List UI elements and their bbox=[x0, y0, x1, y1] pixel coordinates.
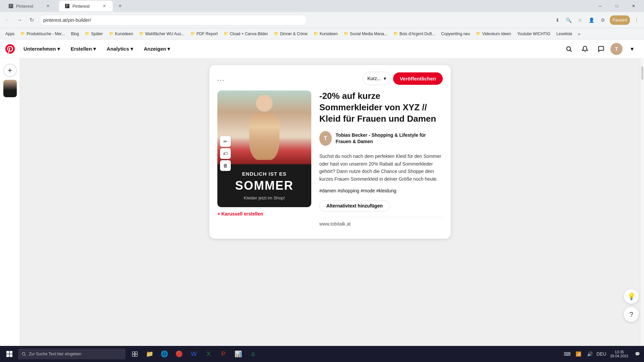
chevron-down-icon: ▾ bbox=[93, 46, 96, 52]
tab-label-2: Pinterest bbox=[72, 4, 90, 9]
bk-label: Videokurs Ideen bbox=[482, 32, 511, 36]
notifications-button[interactable] bbox=[578, 42, 592, 56]
tab-close-2[interactable]: ✕ bbox=[101, 3, 107, 9]
bookmark-copywriting[interactable]: Copywriting neu bbox=[438, 31, 473, 37]
refresh-button[interactable]: ↻ bbox=[27, 15, 36, 25]
pin-image-text1: ENDLICH IST ES bbox=[223, 171, 306, 177]
bookmark-wahlfaecher[interactable]: 📁 Wahlfächer WU Aus... bbox=[137, 31, 187, 37]
bookmark-bois[interactable]: 📁 Bois d'Argent Duft... bbox=[391, 31, 438, 37]
network-icon[interactable]: 📶 bbox=[573, 346, 584, 362]
alt-text-button[interactable]: Alternativtext hinzufügen bbox=[319, 200, 390, 212]
bookmark-canva[interactable]: 📁 Cload + Canva Bilder bbox=[221, 31, 271, 37]
nav-erstellen[interactable]: Erstellen ▾ bbox=[66, 43, 101, 55]
excel-button[interactable]: X bbox=[201, 346, 216, 362]
pin-hashtags: #damen #shopping #mode #kleidung bbox=[319, 188, 443, 193]
clock-time: 13:35 bbox=[615, 350, 624, 354]
folder-icon: 📁 bbox=[344, 32, 348, 36]
taskbar-search[interactable]: Zur Suche Text hier eingeben bbox=[18, 349, 125, 359]
svg-point-0 bbox=[567, 47, 571, 51]
spotify-button[interactable]: ♫ bbox=[246, 346, 260, 362]
nav-erstellen-label: Erstellen bbox=[71, 46, 92, 52]
bookmark-leseliste[interactable]: Leseliste bbox=[554, 31, 575, 37]
close-button[interactable]: ✕ bbox=[626, 0, 641, 12]
nav-analytics[interactable]: Analytics ▾ bbox=[102, 43, 138, 55]
notification-button[interactable]: 💬 bbox=[632, 346, 643, 362]
powerpoint-button[interactable]: P bbox=[216, 346, 231, 362]
edit-tag-button[interactable]: 🏷 bbox=[220, 148, 231, 159]
pin-card-menu-button[interactable]: ... bbox=[217, 75, 225, 82]
profile-icon[interactable]: 👤 bbox=[587, 15, 596, 25]
tab-label-1: Pinterest bbox=[16, 4, 33, 9]
bookmark-spaeter[interactable]: 📁 Später bbox=[82, 31, 105, 37]
pinterest-navbar: Unternehmen ▾ Erstellen ▾ Analytics ▾ An… bbox=[0, 40, 644, 58]
bookmark-dinner[interactable]: 📁 Dinner & Crime bbox=[271, 31, 310, 37]
carousel-label: + Karussell erstellen bbox=[217, 211, 263, 217]
volume-icon[interactable]: 🔊 bbox=[585, 346, 595, 362]
messages-button[interactable] bbox=[594, 42, 608, 56]
nav-anzeigen[interactable]: Anzeigen ▾ bbox=[139, 43, 175, 55]
minimize-button[interactable]: ─ bbox=[592, 0, 608, 12]
clock-date: 29.04.2021 bbox=[610, 354, 629, 358]
tab-close-1[interactable]: ✕ bbox=[45, 3, 51, 9]
bookmark-videokurs[interactable]: 📁 Videokurs Ideen bbox=[473, 31, 514, 37]
bookmark-kursideen2[interactable]: 📁 Kursideen bbox=[311, 31, 340, 37]
pinterest-logo[interactable] bbox=[5, 44, 15, 54]
bk-label: Später bbox=[91, 32, 103, 36]
svg-rect-2 bbox=[6, 351, 9, 354]
bk-label: Copywriting neu bbox=[441, 32, 470, 36]
pin-description: Suchst du noch nach dem perfekten Kleid … bbox=[319, 153, 443, 183]
more-bookmarks-button[interactable]: » bbox=[576, 30, 582, 38]
word-button[interactable]: W bbox=[186, 346, 201, 362]
sidebar-add-button[interactable]: + bbox=[3, 64, 17, 77]
file-explorer-button[interactable]: 📁 bbox=[142, 346, 157, 362]
address-bar-input[interactable]: pinterest.at/pin-builder/ bbox=[39, 15, 307, 25]
search-button[interactable] bbox=[562, 42, 576, 56]
nav-unternehmen-label: Unternehmen bbox=[23, 46, 56, 52]
taskbar-clock[interactable]: 13:35 29.04.2021 bbox=[607, 346, 631, 362]
sidebar-pin-preview[interactable] bbox=[3, 80, 17, 97]
bookmark-youtube[interactable]: Youtube WICHTIG bbox=[515, 31, 553, 37]
bookmark-blog[interactable]: Blog bbox=[68, 31, 82, 37]
new-tab-button[interactable]: + bbox=[115, 1, 125, 11]
pin-image: ENDLICH IST ES SOMMER Kleider jetzt im S… bbox=[217, 90, 311, 207]
board-select-dropdown[interactable]: Kurz... ▾ bbox=[363, 72, 390, 85]
chevron-down-icon[interactable]: ▾ bbox=[625, 42, 639, 56]
app1-button[interactable]: 📊 bbox=[231, 346, 246, 362]
bookmark-apps[interactable]: Apps bbox=[3, 31, 17, 37]
edit-delete-button[interactable]: 🗑 bbox=[220, 160, 231, 171]
settings-icon[interactable]: ⚙ bbox=[598, 15, 608, 25]
tab-pinterest-2[interactable]: 🅿 Pinterest ✕ bbox=[59, 1, 113, 11]
task-view-button[interactable] bbox=[127, 346, 142, 362]
user-avatar[interactable]: T bbox=[610, 43, 623, 55]
back-button[interactable]: ← bbox=[3, 15, 12, 25]
extensions-icon[interactable]: ⋮ bbox=[632, 15, 641, 25]
chrome-button[interactable]: 🔴 bbox=[172, 346, 186, 362]
bookmark-produktsuche[interactable]: 📁 Produktsuche - Mer... bbox=[18, 31, 67, 37]
taskbar: Zur Suche Text hier eingeben 📁 🌐 🔴 W X P… bbox=[0, 346, 644, 362]
svg-rect-3 bbox=[10, 351, 12, 354]
svg-rect-9 bbox=[135, 352, 138, 354]
maximize-button[interactable]: □ bbox=[609, 0, 625, 12]
bookmark-kursideen[interactable]: 📁 Kursideen bbox=[106, 31, 136, 37]
pin-edit-icons: ✏ 🏷 🗑 bbox=[220, 136, 231, 171]
question-help-button[interactable]: ? bbox=[624, 307, 639, 322]
lightbulb-help-button[interactable]: 💡 bbox=[624, 289, 639, 304]
forward-button[interactable]: → bbox=[15, 15, 24, 25]
nav-unternehmen[interactable]: Unternehmen ▾ bbox=[19, 43, 65, 55]
publish-button[interactable]: Veröffentlichen bbox=[393, 72, 443, 85]
windows-start-button[interactable] bbox=[1, 346, 17, 362]
lang-text: DEU bbox=[596, 351, 606, 357]
search-icon[interactable]: 🔍 bbox=[564, 15, 574, 25]
svg-rect-5 bbox=[10, 354, 12, 357]
bookmark-pdf[interactable]: 📁 PDF Report bbox=[188, 31, 220, 37]
tab-pinterest-1[interactable]: 🅿 Pinterest ✕ bbox=[3, 1, 56, 11]
bookmark-icon[interactable]: ☆ bbox=[576, 15, 585, 25]
pin-details: -20% auf kurze Sommerkleider von XYZ // … bbox=[319, 90, 443, 231]
svg-rect-11 bbox=[135, 354, 138, 357]
bookmark-social[interactable]: 📁 Social Media Mana... bbox=[341, 31, 390, 37]
download-icon[interactable]: ⬇ bbox=[553, 15, 562, 25]
carousel-create-button[interactable]: + Karussell erstellen bbox=[217, 211, 311, 217]
edge-browser-button[interactable]: 🌐 bbox=[157, 346, 172, 362]
scrollbar[interactable] bbox=[640, 58, 644, 362]
edit-pencil-button[interactable]: ✏ bbox=[220, 136, 231, 147]
